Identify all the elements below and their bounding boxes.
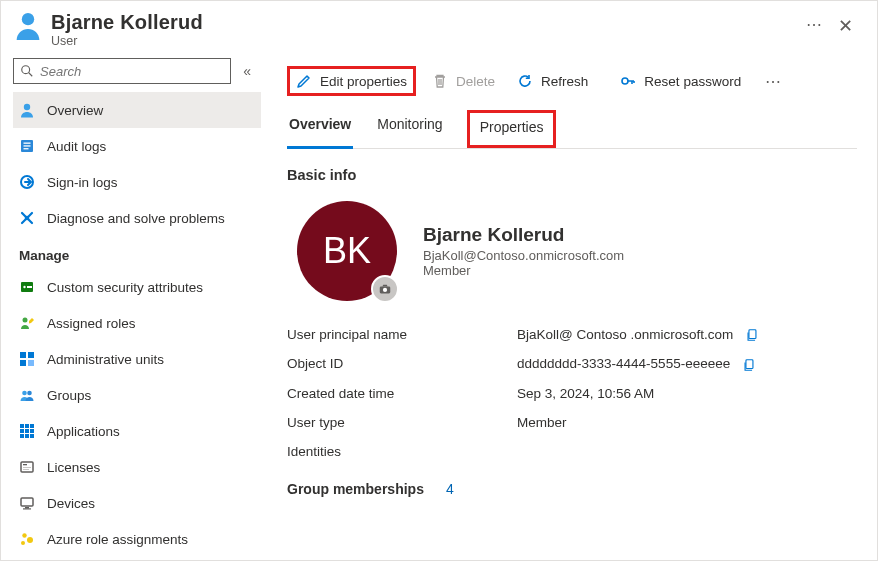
sidebar-item-licenses[interactable]: Licenses <box>13 449 261 485</box>
sidebar-item-custom-security-attributes[interactable]: Custom security attributes <box>13 269 261 305</box>
sidebar-item-label: Audit logs <box>47 139 106 154</box>
edit-properties-button[interactable]: Edit properties <box>287 66 416 96</box>
licenses-icon <box>19 459 35 475</box>
sidebar-item-label: Custom security attributes <box>47 280 203 295</box>
search-icon <box>20 64 40 78</box>
svg-point-42 <box>22 66 30 74</box>
blade-header: Bjarne Kollerud User ⋯ ✕ <box>1 1 877 54</box>
upn-value: BjaKoll@ Contoso .onmicrosoft.com <box>517 327 733 342</box>
search-input[interactable] <box>40 60 224 82</box>
sidebar-item-label: Sign-in logs <box>47 175 118 190</box>
sidebar-item-applications[interactable]: Applications <box>13 413 261 449</box>
sidebar-item-label: Devices <box>47 496 95 511</box>
edit-properties-label: Edit properties <box>320 74 407 89</box>
delete-button: Delete <box>426 69 501 93</box>
groups-icon <box>19 387 35 403</box>
sidebar-item-authentication-methods[interactable]: Authentication methods <box>13 557 261 559</box>
azureroles-icon <box>19 531 35 547</box>
adminunits-icon <box>19 351 35 367</box>
basic-info-block: BK Bjarne Kollerud BjaKoll@Contoso.onmic… <box>287 201 857 301</box>
reset-password-button[interactable]: Reset password <box>614 69 747 93</box>
row-identities: Identities <box>287 444 857 459</box>
sidebar-item-label: Diagnose and solve problems <box>47 211 225 226</box>
header-more-button[interactable]: ⋯ <box>798 11 830 38</box>
objectid-value: dddddddd-3333-4444-5555-eeeeee <box>517 356 730 371</box>
row-created: Created date time Sep 3, 2024, 10:56 AM <box>287 386 857 401</box>
sidebar-item-diagnose-and-solve-problems[interactable]: Diagnose and solve problems <box>13 200 261 236</box>
sidebar-item-assigned-roles[interactable]: Assigned roles <box>13 305 261 341</box>
delete-label: Delete <box>456 74 495 89</box>
close-button[interactable]: ✕ <box>830 11 861 41</box>
roles-icon <box>19 315 35 331</box>
sidebar-item-label: Licenses <box>47 460 100 475</box>
identities-value <box>517 444 857 459</box>
pencil-icon <box>296 73 312 89</box>
row-usertype: User type Member <box>287 415 857 430</box>
created-value: Sep 3, 2024, 10:56 AM <box>517 386 857 401</box>
sidebar-item-label: Administrative units <box>47 352 164 367</box>
audit-icon <box>19 138 35 154</box>
main-content: Edit properties Delete Refresh Reset pas… <box>261 54 877 559</box>
sidebar-item-audit-logs[interactable]: Audit logs <box>13 128 261 164</box>
usertype-value: Member <box>517 415 857 430</box>
svg-point-41 <box>22 13 34 25</box>
user-icon <box>15 11 41 41</box>
sidebar-item-overview[interactable]: Overview <box>13 92 261 128</box>
devices-icon <box>19 495 35 511</box>
refresh-icon <box>517 73 533 89</box>
sidebar-item-label: Azure role assignments <box>47 532 188 547</box>
change-photo-button[interactable] <box>371 275 399 303</box>
tab-monitoring[interactable]: Monitoring <box>375 110 444 148</box>
copy-objectid-button[interactable] <box>742 358 756 372</box>
sidebar-item-label: Groups <box>47 388 91 403</box>
signin-icon <box>19 174 35 190</box>
sidebar-item-groups[interactable]: Groups <box>13 377 261 413</box>
content-tabs: Overview Monitoring Properties <box>287 110 857 149</box>
page-subtitle: User <box>51 34 794 48</box>
group-memberships-row: Group memberships 4 <box>287 481 857 497</box>
group-memberships-count[interactable]: 4 <box>446 481 454 497</box>
camera-icon <box>378 282 392 296</box>
page-title: Bjarne Kollerud <box>51 11 794 34</box>
command-bar: Edit properties Delete Refresh Reset pas… <box>287 58 857 110</box>
tab-overview[interactable]: Overview <box>287 110 353 148</box>
created-label: Created date time <box>287 386 517 401</box>
basic-info-heading: Basic info <box>287 167 857 183</box>
reset-password-label: Reset password <box>644 74 741 89</box>
tab-properties[interactable]: Properties <box>467 110 557 148</box>
identities-label: Identities <box>287 444 517 459</box>
row-objectid: Object ID dddddddd-3333-4444-5555-eeeeee <box>287 356 857 371</box>
trash-icon <box>432 73 448 89</box>
toolbar-more-button[interactable]: ⋯ <box>757 68 789 95</box>
sidebar-item-administrative-units[interactable]: Administrative units <box>13 341 261 377</box>
sidebar-item-azure-role-assignments[interactable]: Azure role assignments <box>13 521 261 557</box>
upn-text: BjaKoll@Contoso.onmicrosoft.com <box>423 248 624 263</box>
sidebar-item-label: Applications <box>47 424 120 439</box>
search-box[interactable] <box>13 58 231 84</box>
refresh-label: Refresh <box>541 74 588 89</box>
sidebar-item-sign-in-logs[interactable]: Sign-in logs <box>13 164 261 200</box>
display-name: Bjarne Kollerud <box>423 224 624 246</box>
objectid-label: Object ID <box>287 356 517 371</box>
diagnose-icon <box>19 210 35 226</box>
sidebar: « OverviewAudit logsSign-in logsDiagnose… <box>1 54 261 559</box>
csa-icon <box>19 279 35 295</box>
refresh-button[interactable]: Refresh <box>511 69 594 93</box>
sidebar-item-devices[interactable]: Devices <box>13 485 261 521</box>
copy-upn-button[interactable] <box>745 328 759 342</box>
member-type: Member <box>423 263 624 278</box>
person-icon <box>19 102 35 118</box>
usertype-label: User type <box>287 415 517 430</box>
sidebar-item-label: Assigned roles <box>47 316 136 331</box>
collapse-sidebar-button[interactable]: « <box>243 63 251 79</box>
row-upn: User principal name BjaKoll@ Contoso .on… <box>287 327 857 342</box>
group-memberships-label: Group memberships <box>287 481 424 497</box>
upn-label: User principal name <box>287 327 517 342</box>
sidebar-group-manage: Manage <box>13 236 261 269</box>
key-icon <box>620 73 636 89</box>
apps-icon <box>19 423 35 439</box>
sidebar-item-label: Overview <box>47 103 103 118</box>
